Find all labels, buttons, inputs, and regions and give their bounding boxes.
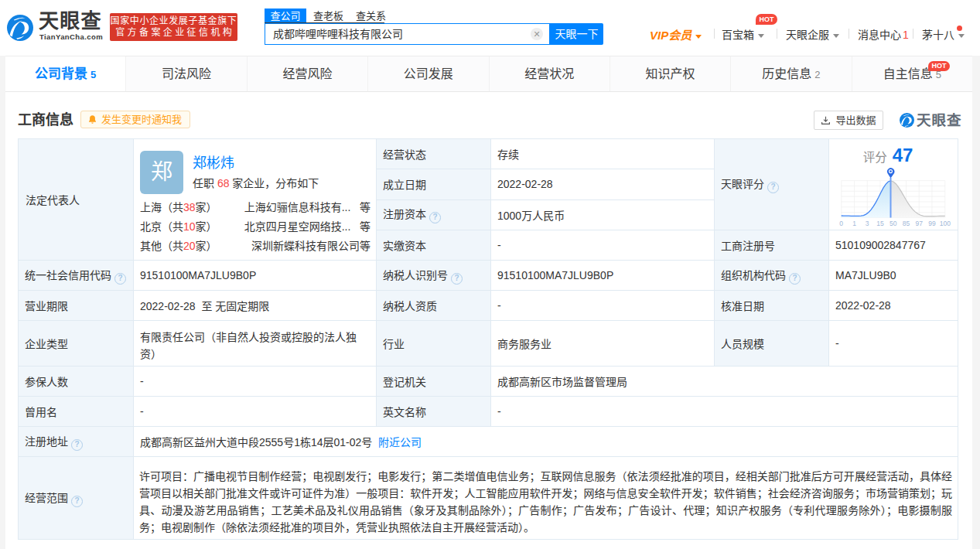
svg-text:1: 1: [852, 220, 856, 227]
svg-text:97: 97: [916, 220, 924, 227]
svg-text:3: 3: [866, 220, 869, 227]
svg-text:15: 15: [876, 220, 884, 227]
svg-text:85: 85: [903, 220, 910, 227]
svg-text:0: 0: [839, 220, 843, 227]
svg-text:99: 99: [928, 220, 936, 227]
svg-text:100: 100: [940, 220, 951, 227]
svg-text:50: 50: [890, 220, 897, 227]
